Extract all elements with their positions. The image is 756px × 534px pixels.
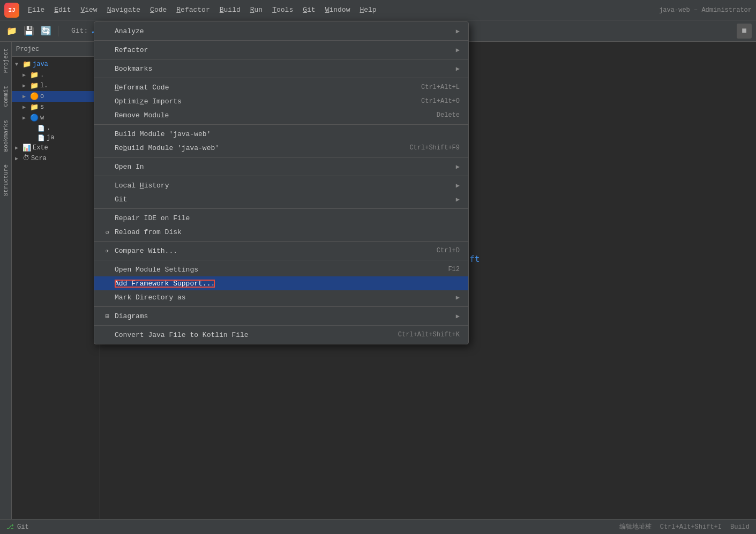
ctx-item-optimize[interactable]: Optimize Imports Ctrl+Alt+O: [94, 94, 468, 108]
ctx-item-mark-dir[interactable]: Mark Directory as ▶: [94, 290, 468, 304]
sidebar-tab-project[interactable]: Project: [1, 42, 11, 79]
sidebar-tab-structure[interactable]: Structure: [1, 158, 11, 202]
build-label: Build: [730, 523, 750, 531]
ctx-text: Compare With...: [115, 247, 177, 255]
submenu-arrow: ▶: [456, 27, 460, 35]
ctx-item-reload[interactable]: ↺ Reload from Disk: [94, 225, 468, 239]
main-layout: Project Commit Bookmarks Structure Proje…: [0, 42, 756, 534]
ctx-text: Optimize Imports: [115, 97, 182, 106]
tree-item-o[interactable]: ▶ 🟠 o: [12, 91, 100, 102]
project-panel-title: Projec: [16, 46, 39, 53]
menu-refactor[interactable]: Refactor: [172, 4, 214, 16]
ctx-item-local-history[interactable]: Local History ▶: [94, 178, 468, 192]
far-left-tabs: Project Commit Bookmarks Structure: [0, 42, 12, 534]
menu-view[interactable]: View: [76, 4, 101, 16]
bottom-shortcut: Ctrl+Alt+Shift+I: [660, 523, 722, 531]
reload-btn[interactable]: 🔄: [39, 24, 54, 39]
submenu-arrow: ▶: [456, 46, 460, 54]
tree-label: s: [40, 103, 44, 111]
open-folder-btn[interactable]: 📁: [4, 24, 19, 39]
ctx-label-bookmarks: Bookmarks: [103, 64, 152, 73]
ctx-sep: [94, 325, 468, 326]
ctx-text: Mark Directory as: [115, 294, 186, 302]
reload-icon: ↺: [103, 228, 111, 236]
ctx-label-repair: Repair IDE on File: [103, 214, 190, 222]
sidebar-tab-commit[interactable]: Commit: [1, 79, 11, 114]
menu-code[interactable]: Code: [146, 4, 171, 16]
ctx-text: Open In: [115, 163, 144, 171]
tree-item-dot[interactable]: ▶ 📁 .: [12, 70, 100, 80]
menu-file[interactable]: File: [24, 4, 49, 16]
tree-arrow: ▶: [23, 104, 30, 110]
tree-item-scra[interactable]: ▶ ⏱ Scra: [12, 153, 100, 163]
ctx-item-compare[interactable]: ✈ Compare With... Ctrl+D: [94, 244, 468, 258]
menu-navigate[interactable]: Navigate: [103, 4, 145, 16]
ctx-item-repair[interactable]: Repair IDE on File: [94, 211, 468, 225]
save-btn[interactable]: 💾: [21, 24, 36, 39]
ctx-label-remove-module: Remove Module: [103, 111, 169, 119]
ctx-text: Bookmarks: [115, 65, 152, 73]
ctx-text-add-framework: Add Framework Support...: [115, 280, 215, 288]
tree-item-file2[interactable]: 📄 ja: [12, 133, 100, 142]
ctx-item-reformat[interactable]: Reformat Code Ctrl+Alt+L: [94, 80, 468, 94]
git-icon: [103, 195, 111, 204]
submenu-arrow: ▶: [456, 65, 460, 73]
ctx-label-compare: ✈ Compare With...: [103, 246, 177, 255]
menu-edit[interactable]: Edit: [50, 4, 75, 16]
tree-arrow: ▶: [23, 115, 30, 121]
ctx-item-build[interactable]: Build Module 'java-web': [94, 127, 468, 141]
git-branch-label: Git: [17, 523, 29, 531]
ctx-text: Diagrams: [115, 312, 148, 320]
tree-item-file1[interactable]: 📄 .: [12, 123, 100, 133]
shortcut: Ctrl+D: [437, 247, 460, 254]
sidebar-tab-bookmarks[interactable]: Bookmarks: [1, 114, 11, 158]
ctx-sep: [94, 260, 468, 260]
framework-icon: [103, 279, 111, 288]
git-status[interactable]: ⎇ Git: [6, 523, 29, 531]
ctx-item-analyze[interactable]: Analyze ▶: [94, 24, 468, 38]
menu-help[interactable]: Help: [355, 4, 380, 16]
menu-tools[interactable]: Tools: [268, 4, 297, 16]
menu-git[interactable]: Git: [298, 4, 319, 16]
tree-item-s[interactable]: ▶ 📁 s: [12, 102, 100, 112]
tree-label: o: [40, 93, 44, 100]
ctx-text: Convert Java File to Kotlin File: [115, 331, 249, 339]
ctx-sep: [94, 124, 468, 125]
stop-btn[interactable]: ■: [737, 24, 752, 39]
menu-run[interactable]: Run: [246, 4, 267, 16]
ctx-item-refactor[interactable]: Refactor ▶: [94, 43, 468, 57]
ctx-item-diagrams[interactable]: ⊞ Diagrams ▶: [94, 309, 468, 323]
ctx-text: Reformat Code: [115, 84, 169, 92]
submenu-arrow: ▶: [456, 312, 460, 320]
ctx-sep: [94, 208, 468, 209]
ctx-text: Git: [115, 195, 127, 204]
ctx-label-mark-dir: Mark Directory as: [103, 293, 186, 302]
menu-window[interactable]: Window: [321, 4, 355, 16]
bookmarks-icon: [103, 64, 111, 73]
tree-label: ja: [47, 134, 54, 141]
menu-build[interactable]: Build: [215, 4, 245, 16]
ctx-item-convert[interactable]: Convert Java File to Kotlin File Ctrl+Al…: [94, 328, 468, 342]
ctx-text: Open Module Settings: [115, 266, 198, 274]
tree-item-exte[interactable]: ▶ 📊 Exte: [12, 142, 100, 153]
tree-item-java[interactable]: ▼ 📁 java: [12, 59, 100, 70]
ctx-sep: [94, 176, 468, 176]
ctx-sep: [94, 241, 468, 242]
tree-item-l[interactable]: ▶ 📁 l.: [12, 80, 100, 91]
ctx-item-remove-module[interactable]: Remove Module Delete: [94, 108, 468, 122]
tree-label: .: [47, 124, 50, 132]
ctx-label-analyze: Analyze: [103, 27, 144, 35]
bottom-right-label: 编辑地址桩: [619, 522, 652, 531]
ctx-item-module-settings[interactable]: Open Module Settings F12: [94, 262, 468, 276]
tree-label: l.: [40, 82, 48, 89]
ctx-item-bookmarks[interactable]: Bookmarks ▶: [94, 62, 468, 76]
tree-arrow: ▶: [23, 93, 30, 100]
history-icon: [103, 181, 111, 190]
submenu-arrow: ▶: [456, 182, 460, 190]
tree-item-w[interactable]: ▶ 🔵 w: [12, 112, 100, 123]
ctx-text: Local History: [115, 182, 169, 190]
ctx-item-rebuild[interactable]: Rebuild Module 'java-web' Ctrl+Shift+F9: [94, 141, 468, 155]
ctx-item-git[interactable]: Git ▶: [94, 192, 468, 206]
ctx-item-open-in[interactable]: Open In ▶: [94, 160, 468, 174]
ctx-item-add-framework[interactable]: Add Framework Support...: [94, 276, 468, 290]
